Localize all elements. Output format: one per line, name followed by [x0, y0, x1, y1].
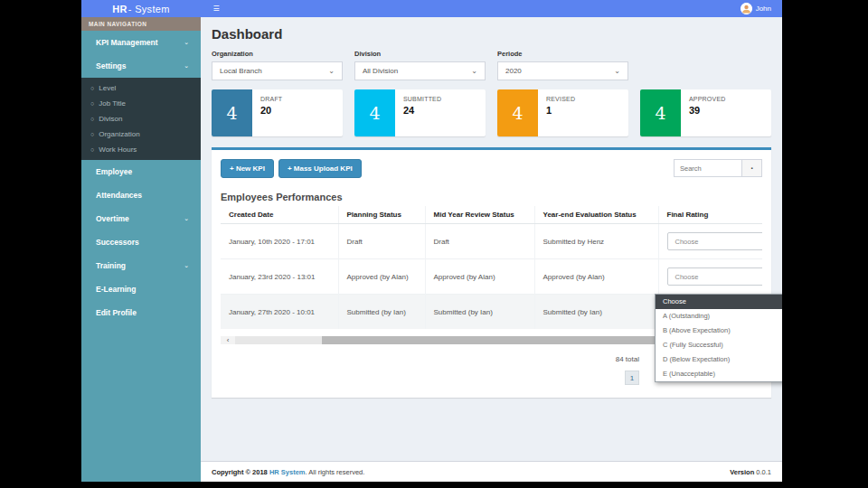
- circle-icon: ○: [90, 100, 94, 107]
- select-value: 2020: [505, 67, 522, 75]
- scroll-left-icon: ‹: [227, 336, 230, 344]
- dropdown-option-choose[interactable]: Choose: [656, 295, 782, 309]
- cell-midyear-status: Approved (by Alan): [425, 259, 534, 295]
- sidebar-item-label: Successors: [96, 238, 139, 247]
- sidebar-item-label: Settings: [96, 61, 127, 70]
- copyright-rest: . All rights reserved.: [305, 468, 364, 476]
- sidebar: MAIN NAVIGATION KPI Management ⌄ Setting…: [81, 17, 201, 482]
- sidebar-item-training[interactable]: Training ⌄: [81, 254, 201, 277]
- top-navbar: HR- System ☰ John: [81, 0, 782, 17]
- submenu-item-job-title[interactable]: ○ Job Title: [81, 96, 201, 111]
- sidebar-item-label: Edit Profile: [96, 308, 137, 317]
- dropdown-option-e[interactable]: E (Unacceptable): [656, 367, 782, 381]
- stat-card-revised: 4 REVISED 1: [497, 89, 628, 136]
- submenu-item-divison[interactable]: ○ Divison: [81, 111, 201, 127]
- table-row: January, 10th 2020 - 17:01 Draft Draft S…: [221, 224, 762, 259]
- search-icon: ▪: [750, 165, 752, 171]
- user-menu[interactable]: John: [741, 0, 782, 17]
- final-rating-dropdown: Choose A (Outstanding) B (Above Expectat…: [655, 294, 782, 382]
- col-header-planning-status: Planning Status: [338, 206, 425, 224]
- stat-icon: 4: [212, 89, 252, 136]
- stat-icon: 4: [497, 89, 538, 136]
- filter-organization: Organization Local Branch ⌄: [212, 50, 343, 80]
- stat-icon: 4: [354, 89, 395, 136]
- organization-select[interactable]: Local Branch ⌄: [212, 61, 343, 80]
- dropdown-option-a[interactable]: A (Outstanding): [656, 309, 782, 324]
- submenu-item-work-hours[interactable]: ○ Work Hours: [81, 142, 201, 157]
- filter-periode: Periode 2020 ⌄: [497, 50, 628, 80]
- app-logo-rest: - System: [128, 4, 170, 14]
- cell-planning-status: Approved (by Alan): [338, 259, 425, 295]
- sidebar-item-label: Training: [96, 261, 126, 270]
- sidebar-item-kpi-management[interactable]: KPI Management ⌄: [81, 31, 201, 54]
- sidebar-item-label: E-Learning: [96, 285, 136, 294]
- stat-card-approved: 4 APPROVED 39: [640, 89, 771, 136]
- hr-system-app: HR- System ☰ John MAIN NAVIGATION: [81, 0, 782, 482]
- filter-division: Division All Division ⌄: [354, 50, 486, 80]
- stat-label: REVISED: [546, 96, 575, 102]
- sidebar-item-e-learning[interactable]: E-Learning: [81, 277, 201, 301]
- cell-yearend-status: Submitted (by Ian): [534, 295, 658, 330]
- version-label: Version: [730, 468, 754, 476]
- letterbox-stage: HR- System ☰ John MAIN NAVIGATION: [0, 0, 868, 488]
- final-rating-select[interactable]: Choose: [667, 267, 763, 286]
- stat-label: SUBMITTED: [403, 96, 441, 102]
- search-input[interactable]: [674, 159, 742, 177]
- version-value: 0.0.1: [754, 468, 771, 476]
- submenu-item-label: Level: [99, 84, 116, 92]
- new-kpi-button[interactable]: + New KPI: [221, 159, 274, 178]
- submenu-item-label: Divison: [99, 115, 122, 123]
- stat-label: DRAFT: [260, 96, 282, 102]
- sidebar-item-label: Overtime: [96, 214, 129, 223]
- app-logo: HR- System: [81, 0, 201, 17]
- stat-value: 24: [403, 105, 441, 116]
- hr-system-link[interactable]: HR System: [269, 468, 306, 476]
- dropdown-option-b[interactable]: B (Above Expectation): [656, 324, 782, 338]
- stat-value: 20: [260, 105, 282, 116]
- select-value: Choose: [675, 273, 699, 281]
- cell-created-date: January, 27th 2020 - 10:01: [221, 295, 338, 330]
- footer: Copyright © 2018 HR System. All rights r…: [201, 461, 782, 482]
- select-value: All Division: [363, 67, 398, 75]
- scroll-left-button[interactable]: ‹: [221, 336, 235, 344]
- periode-select[interactable]: 2020 ⌄: [497, 61, 628, 80]
- stat-label: APPROVED: [689, 96, 726, 102]
- search-button[interactable]: ▪: [742, 159, 762, 177]
- sidebar-item-attendances[interactable]: Attendances: [81, 183, 201, 207]
- stat-card-submitted: 4 SUBMITTED 24: [354, 89, 486, 136]
- final-rating-select[interactable]: Choose: [667, 232, 763, 250]
- kpi-card: + New KPI + Mass Upload KPI ▪ Employees …: [212, 147, 771, 398]
- cell-yearend-status: Submitted by Henz: [534, 224, 658, 259]
- division-select[interactable]: All Division ⌄: [354, 61, 486, 80]
- col-header-final-rating: Final Rating: [658, 206, 762, 224]
- page-1-button[interactable]: 1: [625, 371, 639, 385]
- table-title: Employees Performances: [221, 192, 762, 202]
- table-row: January, 23rd 2020 - 13:01 Approved (by …: [221, 259, 762, 295]
- submenu-item-level[interactable]: ○ Level: [81, 80, 201, 96]
- person-icon: [741, 3, 752, 14]
- cell-midyear-status: Submitted (by Ian): [425, 295, 534, 330]
- sidebar-item-settings[interactable]: Settings ⌄: [81, 54, 201, 78]
- stat-card-draft: 4 DRAFT 20: [212, 89, 343, 136]
- sidebar-item-edit-profile[interactable]: Edit Profile: [81, 301, 201, 324]
- copyright-text: Copyright © 2018 HR System. All rights r…: [212, 468, 364, 476]
- dropdown-option-c[interactable]: C (Fully Successful): [656, 338, 782, 352]
- mass-upload-kpi-button[interactable]: + Mass Upload KPI: [278, 159, 362, 178]
- circle-icon: ○: [90, 116, 94, 122]
- sidebar-item-successors[interactable]: Successors: [81, 230, 201, 254]
- cell-created-date: January, 23rd 2020 - 13:01: [221, 259, 338, 295]
- submenu-item-organization[interactable]: ○ Organization: [81, 127, 201, 142]
- select-value: Local Branch: [220, 67, 262, 75]
- sidebar-item-overtime[interactable]: Overtime ⌄: [81, 207, 201, 230]
- sidebar-item-employee[interactable]: Employee: [81, 160, 201, 183]
- settings-submenu: ○ Level ○ Job Title ○ Divison ○ Organiza…: [81, 78, 201, 160]
- circle-icon: ○: [90, 131, 94, 137]
- submenu-item-label: Organization: [99, 130, 139, 138]
- sidebar-toggle-button[interactable]: ☰: [201, 0, 231, 17]
- chevron-down-icon: ⌄: [184, 39, 189, 46]
- chevron-down-icon: ⌄: [471, 67, 477, 75]
- col-header-created-date: Created Date: [221, 206, 338, 224]
- dropdown-option-d[interactable]: D (Below Expectation): [656, 352, 782, 367]
- cell-yearend-status: Approved (by Alan): [534, 259, 658, 295]
- chevron-down-icon: ⌄: [184, 215, 189, 222]
